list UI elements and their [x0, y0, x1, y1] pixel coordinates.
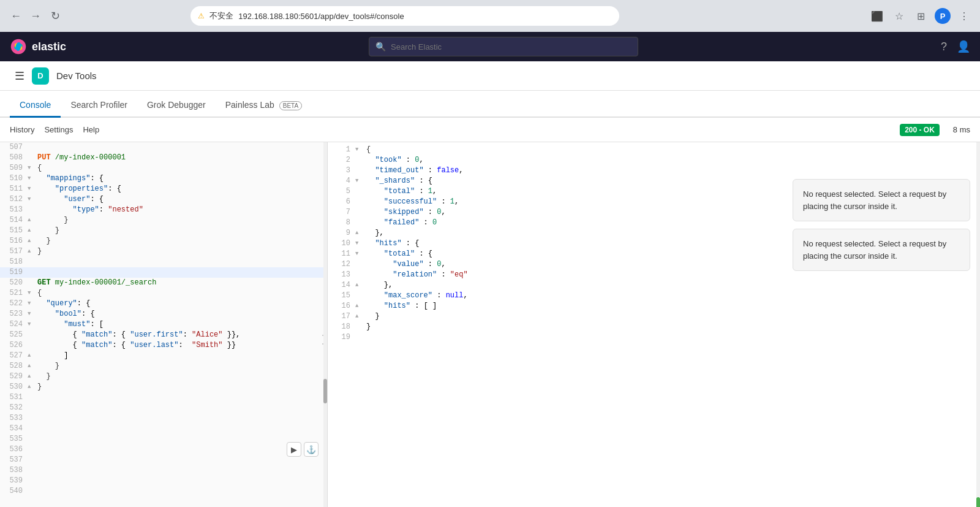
table-row: 533 [0, 413, 327, 424]
editor-content[interactable]: 507 508 PUT /my-index-000001 509 ▼ { 510… [0, 142, 327, 507]
table-row: 538 [0, 465, 327, 476]
table-row: 514 ▲ } [0, 215, 327, 226]
lock-icon: ⚠ [198, 12, 205, 20]
response-panel: 1 ▼ { 2 "took" : 0, 3 "timed_out" : fals… [328, 142, 980, 507]
bookmark-button[interactable]: ☆ [891, 7, 908, 25]
table-row: 530 ▲ } [0, 382, 327, 392]
reload-button[interactable]: ↻ [47, 7, 64, 25]
app-header: elastic 🔍 ? 👤 [0, 32, 980, 61]
response-scrollbar-thumb [976, 497, 980, 507]
header-actions: ? 👤 [941, 40, 970, 53]
elastic-logo: elastic [10, 38, 66, 55]
editor-scrollbar[interactable] [323, 142, 327, 507]
table-row: 516 ▲ } [0, 236, 327, 246]
response-scrollbar[interactable] [976, 142, 980, 507]
logo-text: elastic [32, 40, 66, 53]
table-row: 539 [0, 476, 327, 486]
tooltip-panel-1: No request selected. Select a request by… [793, 179, 970, 221]
user-icon[interactable]: 👤 [957, 40, 970, 53]
table-row: 511 ▼ "properties": { [0, 184, 327, 194]
table-row: 518 [0, 257, 327, 267]
app-title: Dev Tools [56, 71, 97, 81]
app-nav: ☰ D Dev Tools [0, 61, 980, 91]
tooltip-panel-2: No request selected. Select a request by… [793, 229, 970, 271]
table-row: 13 "relation" : "eq" [328, 270, 980, 280]
profile-button[interactable]: P [935, 8, 951, 24]
hamburger-button[interactable]: ☰ [10, 66, 29, 86]
table-row: 526 { "match": { "user.last": "Smith" }} [0, 340, 327, 351]
table-row: 537 [0, 455, 327, 465]
table-row: 14 ▲ }, [328, 280, 980, 291]
beta-badge: BETA [279, 101, 302, 110]
table-row: 531 [0, 392, 327, 403]
table-row: 535 [0, 434, 327, 444]
elastic-logo-icon [10, 38, 27, 55]
editor-scrollbar-thumb [323, 379, 327, 403]
table-row: 519 [0, 267, 327, 278]
table-row: 18 } [328, 322, 980, 332]
help-button[interactable]: Help [83, 123, 99, 137]
table-row: 16 ▲ "hits" : [ ] [328, 301, 980, 311]
tab-painless-lab[interactable]: Painless Lab BETA [216, 94, 312, 118]
table-row: 532 [0, 403, 327, 413]
tab-search-profiler[interactable]: Search Profiler [61, 94, 137, 118]
table-row: 540 [0, 486, 327, 497]
back-button[interactable]: ← [7, 7, 24, 25]
help-icon[interactable]: ? [941, 40, 947, 53]
table-row: 512 ▼ "user": { [0, 194, 327, 205]
table-row: 534 [0, 424, 327, 434]
address-bar[interactable]: ⚠ 不安全 192.168.188.180:5601/app/dev_tools… [190, 6, 619, 26]
table-row: 15 "max_score" : null, [328, 291, 980, 301]
browser-actions: ⬛ ☆ ⊞ P ⋮ [869, 7, 973, 25]
table-row: 2 "took" : 0, [328, 155, 980, 166]
forward-button[interactable]: → [27, 7, 44, 25]
url-text: 192.168.188.180:5601/app/dev_tools#/cons… [238, 12, 404, 21]
app-icon-badge: D [32, 67, 49, 85]
table-row: 529 ▲ } [0, 372, 327, 382]
table-row: 524 ▼ "must": [ [0, 319, 327, 330]
toolbar: History Settings Help 200 - OK 8 ms [0, 118, 980, 142]
table-row: 517 ▲ } [0, 246, 327, 257]
table-row: 3 "timed_out" : false, [328, 166, 980, 176]
global-search-bar[interactable]: 🔍 [369, 37, 638, 56]
search-icon: 🔍 [375, 42, 386, 51]
table-row: 1 ▼ { [328, 145, 980, 155]
history-button[interactable]: History [10, 123, 34, 137]
tab-grok-debugger[interactable]: Grok Debugger [137, 94, 216, 118]
table-row: 19 [328, 332, 980, 343]
table-row: 527 ▲ ] [0, 351, 327, 361]
table-row: 513 "type": "nested" [0, 205, 327, 215]
table-row: 525 { "match": { "user.first": "Alice" }… [0, 330, 327, 340]
cast-button[interactable]: ⬛ [869, 7, 886, 25]
table-row: 523 ▼ "bool": { [0, 309, 327, 319]
table-row: 515 ▲ } [0, 226, 327, 236]
table-row: 17 ▲ } [328, 311, 980, 322]
insecure-label: 不安全 [209, 10, 233, 21]
action-buttons: ▶ ⚓ [287, 442, 318, 457]
table-row: 520 GET my-index-000001/_search [0, 278, 327, 288]
table-row: 509 ▼ { [0, 163, 327, 173]
copy-as-curl-button[interactable]: ⚓ [304, 442, 318, 457]
table-row: 521 ▼ { [0, 288, 327, 299]
tab-console[interactable]: Console [10, 94, 61, 118]
table-row: 536 [0, 444, 327, 455]
browser-nav-buttons: ← → ↻ [7, 7, 64, 25]
table-row: 507 [0, 142, 327, 153]
status-badge: 200 - OK [900, 124, 940, 136]
run-button[interactable]: ▶ [287, 442, 301, 457]
main-area: 507 508 PUT /my-index-000001 509 ▼ { 510… [0, 142, 980, 507]
browser-chrome: ← → ↻ ⚠ 不安全 192.168.188.180:5601/app/dev… [0, 0, 980, 32]
dev-tools-tabs: Console Search Profiler Grok Debugger Pa… [0, 91, 980, 118]
menu-button[interactable]: ⋮ [956, 7, 973, 25]
editor-panel: 507 508 PUT /my-index-000001 509 ▼ { 510… [0, 142, 328, 507]
response-time: 8 ms [953, 125, 970, 134]
settings-button[interactable]: Settings [44, 123, 73, 137]
table-row: 508 PUT /my-index-000001 [0, 153, 327, 163]
table-row: 510 ▼ "mappings": { [0, 173, 327, 184]
search-bar-container: 🔍 [76, 37, 931, 56]
table-row: 528 ▲ } [0, 361, 327, 372]
table-row: 522 ▼ "query": { [0, 299, 327, 309]
tab-search-button[interactable]: ⊞ [913, 7, 930, 25]
search-input[interactable] [391, 42, 631, 51]
tooltip-panels: No request selected. Select a request by… [793, 179, 970, 271]
